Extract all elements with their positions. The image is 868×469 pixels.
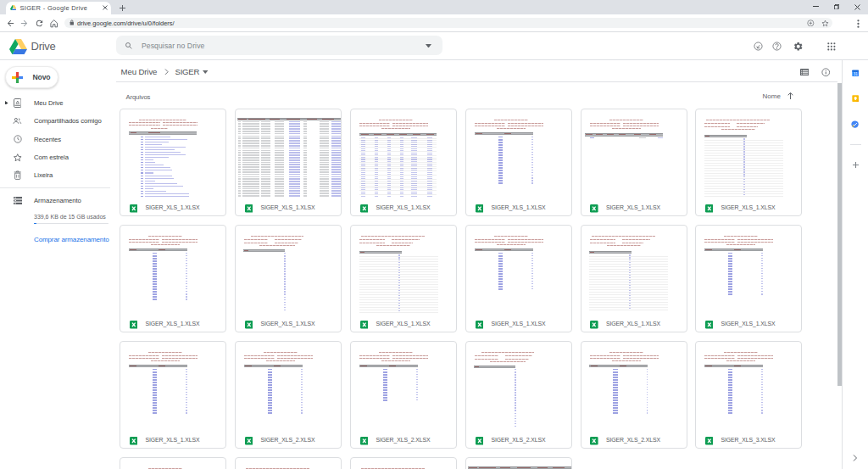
svg-text:31: 31 (853, 72, 858, 76)
